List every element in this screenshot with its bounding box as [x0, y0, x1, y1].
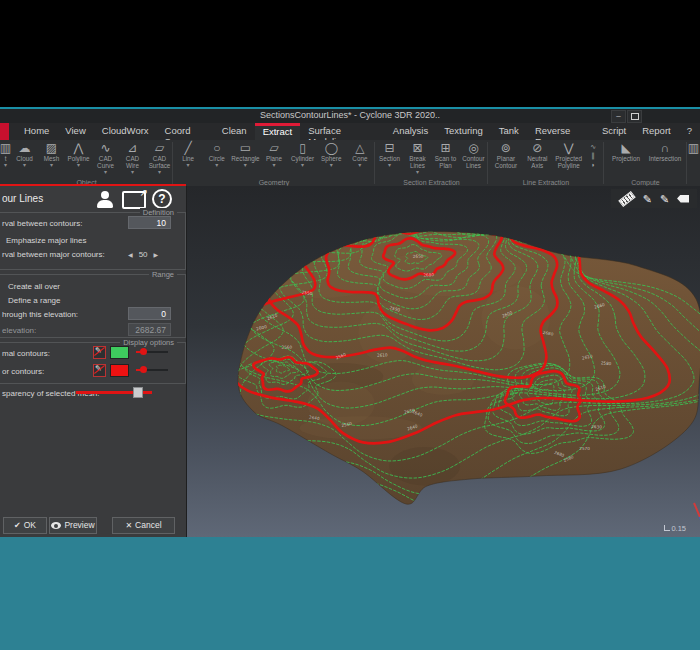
ribbon-group-compute: ◣ Projection ∩ Intersection Compute — [604, 140, 687, 187]
svg-text:2570: 2570 — [579, 446, 590, 451]
ribbon-tool-cad-surface[interactable]: ▱ CAD Surface ▾ — [146, 141, 173, 175]
app-button-fragment[interactable] — [0, 123, 9, 140]
ribbon-tool-projection[interactable]: ◣ Projection — [609, 141, 643, 163]
intersection-icon: ∩ — [661, 141, 670, 156]
ribbon-tool-polyline[interactable]: ⋀ Polyline ▾ — [65, 141, 92, 175]
spinner-left-icon[interactable]: ◀ — [122, 252, 139, 258]
ribbon-tool-rectangle[interactable]: ▭ Rectangle ▾ — [232, 141, 259, 168]
interval-major-contours-label: rval between major contours: — [2, 250, 105, 259]
normal-contours-color-swatch[interactable] — [110, 346, 129, 359]
export-icon[interactable]: ↗ — [122, 191, 146, 209]
cad-surface-icon: ▱ — [155, 141, 164, 156]
ribbon-tool-cloud[interactable]: ☁ Cloud ▾ — [11, 141, 38, 175]
plane-icon: ▱ — [269, 141, 278, 156]
menu-item-help[interactable]: ? — [679, 123, 700, 140]
svg-text:2580: 2580 — [601, 360, 612, 366]
user-icon[interactable] — [96, 190, 114, 208]
menu-item-extract[interactable]: Extract — [255, 123, 301, 141]
cut-tool-icon: ▥ — [688, 141, 699, 156]
menu-item-texturing[interactable]: Texturing — [436, 123, 491, 140]
window-title: SectionsContourLines* - Cyclone 3DR 2020… — [0, 110, 700, 120]
ribbon-tool-planar-contour[interactable]: ⊚ Planar Contour — [492, 141, 519, 170]
svg-text:2600: 2600 — [630, 254, 641, 260]
chevron-down-icon: ▾ — [50, 163, 53, 168]
ribbon-tool-scan-to-plan[interactable]: ⊞ Scan to Plan — [432, 141, 459, 175]
interval-contours-input[interactable]: 10 — [128, 216, 171, 229]
menu-item-reverse-eng[interactable]: Reverse Eng — [527, 123, 594, 140]
ribbon-tool-fragment-right[interactable]: ▥ — [688, 141, 699, 156]
ribbon-tool-plane[interactable]: ▱ Plane ▾ — [261, 141, 288, 168]
polyline-icon: ⋀ — [74, 141, 84, 156]
ribbon-tool-cylinder[interactable]: ▯ Cylinder ▾ — [289, 141, 316, 168]
menu-item-analysis[interactable]: Analysis — [385, 123, 436, 140]
ribbon-tool-contour-lines[interactable]: ◎ Contour Lines — [460, 141, 487, 175]
ribbon-tool-neutral-axis[interactable]: ⊘ Neutral Axis — [524, 141, 551, 170]
measure-ruler-icon[interactable] — [618, 190, 636, 206]
slider-handle[interactable] — [133, 387, 143, 398]
ribbon-tool-section[interactable]: ⊟ Section ▾ — [376, 141, 403, 175]
cancel-button[interactable]: ✕Cancel — [112, 517, 175, 534]
major-contours-width-slider[interactable] — [136, 364, 168, 375]
menu-item-coord-sys[interactable]: Coord Sys — [157, 123, 214, 140]
ribbon-tool-line[interactable]: ╱ Line ▾ — [175, 141, 202, 168]
mini-polyline-icon[interactable]: ∿ — [590, 143, 596, 151]
menu-item-report[interactable]: Report — [634, 123, 679, 140]
ribbon-group-section-extraction: ⊟ Section ▾ ⊠ Break Lines ▾ ⊞ Scan to Pl… — [375, 140, 488, 187]
ok-button[interactable]: ✔OK — [3, 517, 47, 534]
menu-item-cloudworx[interactable]: CloudWorx — [94, 123, 157, 140]
normal-contours-width-slider[interactable] — [136, 346, 168, 357]
chevron-down-icon: ▾ — [104, 170, 107, 175]
label-tag-icon[interactable] — [677, 195, 689, 203]
mini-arc-icon[interactable]: ◗ — [591, 161, 595, 169]
ribbon-tool-sphere[interactable]: ◯ Sphere ▾ — [318, 141, 345, 168]
menu-item-tank[interactable]: Tank — [491, 123, 527, 140]
major-contours-pen-icon[interactable] — [93, 364, 106, 377]
annotate-pen-icon[interactable]: ✎ — [643, 191, 652, 207]
menubar: Home View CloudWorx Coord Sys Clean Extr… — [0, 123, 700, 140]
menu-item-view[interactable]: View — [57, 123, 93, 140]
menu-item-script[interactable]: Script — [594, 123, 634, 140]
chevron-down-icon: ▾ — [131, 170, 134, 175]
cad-curve-icon: ∿ — [100, 141, 110, 156]
spinner-right-icon[interactable]: ▶ — [148, 252, 165, 258]
interval-contours-label: rval between contours: — [2, 219, 83, 228]
close-icon: ✕ — [125, 521, 132, 530]
major-contours-color-swatch[interactable] — [110, 364, 129, 377]
svg-text:2630: 2630 — [591, 424, 602, 430]
create-all-over-radio-label[interactable]: Create all over — [8, 282, 60, 291]
emphasize-major-lines-checkbox-label[interactable]: Emphasize major lines — [6, 236, 86, 245]
maximize-button[interactable] — [627, 110, 642, 123]
contour-lines-icon: ◎ — [468, 141, 478, 156]
viewport-toolbar: ✎ ✎ — [611, 189, 697, 208]
ribbon-tool-intersection[interactable]: ∩ Intersection — [648, 141, 682, 163]
range-section-label: Range — [149, 270, 177, 279]
transparency-slider[interactable] — [76, 387, 152, 397]
viewport-3d[interactable]: 2580264025602640261026102560268026302600… — [187, 186, 700, 537]
major-interval-value[interactable]: 50 — [139, 250, 148, 259]
chevron-down-icon: ▾ — [77, 163, 80, 168]
normal-contours-pen-icon[interactable] — [93, 346, 106, 359]
through-elevation-label: hrough this elevation: — [2, 310, 78, 319]
svg-text:2610: 2610 — [377, 352, 388, 358]
mini-parallel-icon[interactable]: ∥ — [591, 152, 595, 160]
ribbon-tool-cad-curve[interactable]: ∿ CAD Curve ▾ — [92, 141, 119, 175]
ribbon-tool-cad-wire[interactable]: ⊿ CAD Wire ▾ — [119, 141, 146, 175]
menu-item-surface-modeling[interactable]: Surface Modeling — [300, 123, 385, 140]
ribbon-tool-cone[interactable]: △ Cone ▾ — [346, 141, 373, 168]
define-range-radio-label[interactable]: Define a range — [8, 296, 60, 305]
ribbon-tool-fragment[interactable]: ▥ t ▾ — [0, 141, 11, 175]
menu-item-home[interactable]: Home — [16, 123, 57, 140]
annotate-text-icon[interactable]: ✎ — [660, 191, 669, 207]
through-elevation-input[interactable]: 0 — [128, 307, 171, 320]
menu-item-clean[interactable]: Clean — [214, 123, 255, 140]
ribbon-tool-break-lines[interactable]: ⊠ Break Lines ▾ — [404, 141, 431, 175]
normal-contours-label: mal contours: — [2, 349, 50, 358]
ribbon-tool-circle[interactable]: ○ Circle ▾ — [203, 141, 230, 168]
ribbon-tool-projected-polyline[interactable]: ⋁ Projected Polyline — [555, 141, 582, 170]
ribbon-tool-mesh[interactable]: ▨ Mesh ▾ — [38, 141, 65, 175]
chevron-down-icon: ▾ — [158, 170, 161, 175]
help-icon[interactable]: ? — [152, 189, 172, 209]
preview-button[interactable]: Preview — [49, 517, 97, 534]
minimize-button[interactable]: – — [611, 110, 626, 123]
ribbon-group-object: ▥ t ▾ ☁ Cloud ▾ ▨ Mesh ▾ ⋀ Polyline — [0, 140, 173, 187]
